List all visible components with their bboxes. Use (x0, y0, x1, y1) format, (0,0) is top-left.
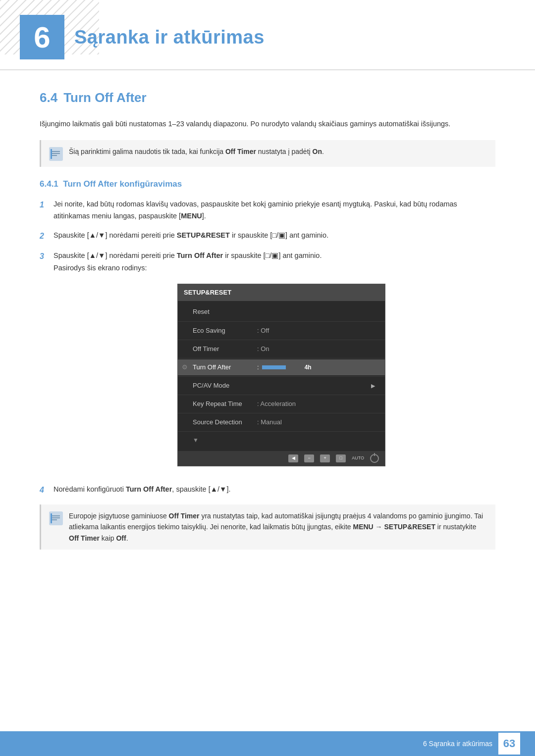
note-icon-2 (49, 511, 63, 525)
svg-rect-9 (52, 517, 60, 518)
section-heading: Turn Off After (63, 90, 147, 105)
menu-item-reset: Reset (178, 304, 385, 320)
steps-list: 1 Jei norite, kad būtų rodomas klavišų v… (40, 198, 495, 497)
menu-item-value-offtimer: : On (257, 344, 269, 354)
progress-bar-container: 4h (262, 362, 312, 372)
menu-items: Reset Eco Saving : Off (178, 301, 385, 451)
menu-bottom-bar: ◀ − + □ AUTO (178, 451, 385, 466)
step-2: 2 Spauskite [▲/▼] norėdami pereiti prie … (40, 229, 495, 243)
menu-sep-2 (178, 340, 385, 340)
menu-item-label-keyrepeat: Key Repeat Time (193, 399, 257, 409)
menu-btn-confirm: □ (336, 454, 346, 462)
body-text: Išjungimo laikmatis gali būti nustatomas… (40, 118, 495, 130)
note-icon-1 (49, 147, 63, 161)
menu-item-label-turnoffafter: Turn Off After (193, 362, 257, 373)
note-text-1: Šią parinktimi galima naudotis tik tada,… (69, 146, 324, 157)
gear-icon: ⚙ (182, 362, 188, 373)
svg-rect-4 (52, 153, 60, 154)
menu-item-pcavmode: PC/AV Mode ▶ (178, 378, 385, 394)
colon: : (257, 362, 259, 373)
step-number-3: 3 (40, 250, 54, 263)
step-content-4: Norėdami konfigūruoti Turn Off After, sp… (54, 483, 495, 496)
page-wrapper: 6 Sąranka ir atkūrimas 6.4Turn Off After… (0, 0, 535, 756)
footer-section-label: 6 Sąranka ir atkūrimas (423, 740, 492, 748)
step-content-2: Spauskite [▲/▼] norėdami pereiti prie SE… (54, 229, 495, 242)
step-number-4: 4 (40, 483, 54, 497)
content-area: 6.4Turn Off After Išjungimo laikmatis ga… (0, 90, 535, 550)
menu-item-label-sourcedetect: Source Detection (193, 417, 257, 428)
menu-sep-5 (178, 395, 385, 395)
chapter-header-wrapper: 6 Sąranka ir atkūrimas (0, 0, 535, 70)
note-box-2: Europoje įsigytuose gaminiuose Off Timer… (40, 504, 495, 550)
menu-item-turnoffafter: ⚙ Turn Off After : 4h (178, 359, 385, 375)
section-title: 6.4Turn Off After (40, 90, 495, 105)
menu-sep-1 (178, 321, 385, 322)
menu-item-value-turnoffafter: : 4h (257, 362, 312, 373)
menu-btn-auto: AUTO (352, 454, 364, 462)
page-footer: 6 Sąranka ir atkūrimas 63 (0, 731, 535, 756)
step-3: 3 Spauskite [▲/▼] norėdami pereiti prie … (40, 250, 495, 476)
menu-item-label-pcavmode: PC/AV Mode (193, 380, 257, 391)
menu-sep-4 (178, 376, 385, 377)
chapter-header: 6 Sąranka ir atkūrimas (0, 0, 535, 70)
menu-sep-3 (178, 358, 385, 358)
menu-btn-left: ◀ (288, 454, 298, 462)
step-1: 1 Jei norite, kad būtų rodomas klavišų v… (40, 198, 495, 222)
menu-btn-plus: + (320, 454, 330, 462)
menu-item-value-sourcedetect: : Manual (257, 417, 282, 428)
step-number-1: 1 (40, 198, 54, 211)
svg-rect-8 (52, 515, 60, 516)
menu-item-offtimer: Off Timer : On (178, 341, 385, 357)
step-number-2: 2 (40, 229, 54, 243)
chapter-number: 6 (34, 20, 50, 54)
menu-btn-minus: − (304, 454, 314, 462)
menu-item-label-ecosaving: Eco Saving (193, 325, 257, 336)
note-box-1: Šią parinktimi galima naudotis tik tada,… (40, 140, 495, 167)
menu-item-value-ecosaving: : Off (257, 325, 269, 336)
menu-screenshot-wrapper: SETUP&RESET Reset Eco Saving : Off (67, 284, 495, 466)
progress-bar-fill (262, 365, 286, 369)
arrow-right-icon: ▶ (371, 381, 375, 391)
step-content-3: Spauskite [▲/▼] norėdami pereiti prie Tu… (54, 250, 495, 476)
subsection-title: 6.4.1 Turn Off After konfigūravimas (40, 179, 495, 189)
svg-rect-3 (52, 151, 60, 152)
menu-item-ecosaving: Eco Saving : Off (178, 323, 385, 339)
menu-sep-6 (178, 413, 385, 413)
svg-rect-10 (52, 519, 57, 520)
note-text-2: Europoje įsigytuose gaminiuose Off Timer… (69, 510, 487, 544)
progress-value: 4h (305, 362, 312, 372)
menu-item-more: ▼ (178, 433, 385, 448)
chapter-number-box: 6 (20, 15, 64, 59)
menu-item-label-reset: Reset (193, 306, 257, 317)
menu-title-bar: SETUP&RESET (178, 284, 385, 301)
chapter-title: Sąranka ir atkūrimas (74, 27, 265, 48)
menu-item-sourcedetect: Source Detection : Manual (178, 414, 385, 430)
subsection-heading: Turn Off After konfigūravimas (63, 179, 182, 189)
menu-item-keyrepeat: Key Repeat Time : Acceleration (178, 396, 385, 412)
menu-item-value-keyrepeat: : Acceleration (257, 399, 296, 409)
section-number: 6.4 (40, 90, 57, 105)
more-indicator: ▼ (193, 435, 199, 445)
footer-page-number: 63 (498, 733, 520, 755)
menu-screenshot: SETUP&RESET Reset Eco Saving : Off (177, 284, 385, 466)
step-content-1: Jei norite, kad būtų rodomas klavišų vad… (54, 198, 495, 222)
subsection-number: 6.4.1 (40, 179, 63, 189)
progress-bar (262, 365, 302, 369)
power-btn-icon (370, 454, 379, 463)
menu-sep-7 (178, 431, 385, 432)
svg-rect-5 (52, 155, 57, 156)
svg-rect-11 (51, 513, 52, 523)
menu-item-label-offtimer: Off Timer (193, 344, 257, 354)
svg-rect-6 (51, 149, 52, 159)
step-4: 4 Norėdami konfigūruoti Turn Off After, … (40, 483, 495, 497)
